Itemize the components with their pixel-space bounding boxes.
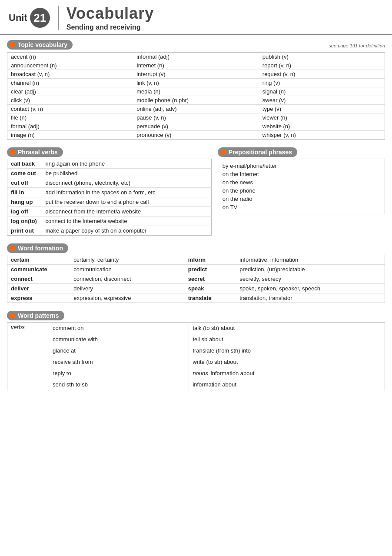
vocab-cell: formal (adj): [7, 122, 133, 131]
word-form-word: express: [7, 293, 70, 303]
word-formation-section: Word formation certaincertainly, certain…: [7, 243, 385, 303]
phrasal-row: hang upput the receiver down to end a ph…: [7, 197, 212, 207]
vocab-cell: pause (v, n): [133, 113, 259, 122]
vocab-title: Vocabulary: [66, 4, 154, 23]
word-form-forms: delivery: [70, 284, 184, 293]
word-form-word: certain: [7, 255, 70, 265]
phrasal-def: connect to the Internet/a website: [42, 216, 212, 226]
vocab-cell: viewer (n): [259, 113, 385, 122]
vocab-cell: interrupt (v): [133, 70, 259, 79]
patterns-left-item: receive sth from: [49, 356, 189, 368]
word-form-forms2: spoke, spoken, speaker, speech: [236, 284, 385, 293]
vocab-cell: channel (n): [7, 79, 133, 87]
patterns-right-item: talk (to sb) about: [189, 323, 385, 334]
word-form-forms: connection, disconnect: [70, 274, 184, 284]
section-dot2: [10, 150, 15, 155]
section-dot: [10, 42, 15, 47]
phrasal-row: come outbe published: [7, 169, 212, 178]
patterns-right-item: tell sb about: [189, 334, 385, 345]
prep-phrase: on the phone: [223, 186, 380, 195]
prep-phrase: on the news: [223, 178, 380, 186]
prep-phrase: on TV: [223, 203, 380, 211]
prep-box: by e-mail/phone/letteron the Interneton …: [218, 159, 385, 214]
phrasal-verbs-label: Phrasal verbs: [18, 149, 58, 156]
vocab-row: clear (adj)media (n)signal (n): [7, 87, 385, 96]
vocab-cell: report (v, n): [259, 61, 385, 70]
vocab-cell: persuade (v): [133, 122, 259, 131]
vocab-cell: whisper (v, n): [259, 131, 385, 140]
word-form-word: deliver: [7, 284, 70, 293]
prep-phrases-col: Prepositional phrases by e-mail/phone/le…: [218, 147, 385, 236]
vocab-row: formal (adj)persuade (v)website (n): [7, 122, 385, 131]
patterns-left-item: send sth to sb: [49, 379, 189, 391]
word-formation-header: Word formation: [7, 243, 68, 253]
prep-phrases-header: Prepositional phrases: [218, 147, 297, 157]
vocab-cell: swear (v): [259, 96, 385, 105]
vocab-cell: signal (n): [259, 87, 385, 96]
vocab-cell: online (adj, adv): [133, 105, 259, 113]
header-title-block: Vocabulary Sending and receiving: [66, 4, 154, 31]
phrasal-def: make a paper copy of sth on a computer: [42, 226, 212, 236]
patterns-row: reply tonounsinformation about: [7, 368, 385, 379]
patterns-right-item: nounsinformation about: [189, 368, 385, 379]
vocab-cell: contact (v, n): [7, 105, 133, 113]
vocab-row: file (n)pause (v, n)viewer (n): [7, 113, 385, 122]
prep-phrase: by e-mail/phone/letter: [223, 162, 380, 170]
vocab-cell: ring (v): [259, 79, 385, 87]
vocab-cell: link (v, n): [133, 79, 259, 87]
patterns-left-item: glance at: [49, 345, 189, 356]
word-patterns-label: Word patterns: [18, 312, 59, 319]
vocab-cell: Internet (n): [133, 61, 259, 70]
phrasal-def: disconnect (phone, electricity, etc): [42, 178, 212, 188]
word-form-row: deliverdeliveryspeakspoke, spoken, speak…: [7, 284, 385, 293]
phrasal-verb: hang up: [7, 197, 42, 207]
phrasal-verb: log on(to): [7, 216, 42, 226]
phrasal-table: call backring again on the phonecome out…: [7, 159, 212, 236]
see-page-note: see page 191 for definition: [329, 43, 385, 48]
vocab-cell: informal (adj): [133, 53, 259, 61]
word-form-forms: certainly, certainty: [70, 255, 184, 265]
header-divider: [58, 6, 59, 30]
vocab-cell: pronounce (v): [133, 131, 259, 140]
word-form-row: certaincertainly, certaintyinforminforma…: [7, 255, 385, 265]
patterns-row: verbscomment ontalk (to sb) about: [7, 323, 385, 334]
phrasal-verb: print out: [7, 226, 42, 236]
word-form-word: communicate: [7, 265, 70, 274]
word-form-word2: secret: [185, 274, 236, 284]
patterns-right-item: information about: [189, 379, 385, 391]
vocab-cell: type (v): [259, 105, 385, 113]
topic-vocab-label: Topic vocabulary: [18, 41, 67, 48]
vocab-table: accent (n)informal (adj)publish (v)annou…: [7, 52, 385, 140]
prep-phrases-label: Prepositional phrases: [229, 149, 292, 156]
topic-vocab-top-bar: Topic vocabulary see page 191 for defini…: [7, 40, 385, 51]
phrasal-def: be published: [42, 169, 212, 178]
page-content: Topic vocabulary see page 191 for defini…: [0, 35, 392, 406]
vocab-subtitle: Sending and receiving: [66, 23, 154, 31]
patterns-left-item: reply to: [49, 368, 189, 379]
two-col-layout: Phrasal verbs call backring again on the…: [7, 147, 385, 236]
patterns-label-cell: [7, 356, 50, 368]
section-dot3: [220, 150, 226, 155]
vocab-row: broadcast (v, n)interrupt (v)request (v,…: [7, 70, 385, 79]
vocab-cell: publish (v): [259, 53, 385, 61]
word-form-forms2: secretly, secrecy: [236, 274, 385, 284]
vocab-cell: clear (adj): [7, 87, 133, 96]
word-patterns-section: Word patterns verbscomment ontalk (to sb…: [7, 311, 385, 391]
phrasal-row: fill inadd information in the spaces on …: [7, 188, 212, 197]
phrasal-verb: come out: [7, 169, 42, 178]
word-form-forms: communication: [70, 265, 184, 274]
page-header: Unit 21 Vocabulary Sending and receiving: [0, 0, 392, 35]
vocab-row: announcement (n)Internet (n)report (v, n…: [7, 61, 385, 70]
word-patterns-header: Word patterns: [7, 311, 64, 320]
patterns-label-cell: [7, 334, 50, 345]
topic-vocab-header: Topic vocabulary: [7, 40, 73, 50]
patterns-row: send sth to sbinformation about: [7, 379, 385, 391]
vocab-row: click (v)mobile phone (n phr)swear (v): [7, 96, 385, 105]
word-form-row: expressexpression, expressivetranslatetr…: [7, 293, 385, 303]
vocab-cell: request (v, n): [259, 70, 385, 79]
phrasal-row: cut offdisconnect (phone, electricity, e…: [7, 178, 212, 188]
patterns-table: verbscomment ontalk (to sb) aboutcommuni…: [7, 322, 385, 391]
patterns-row: glance attranslate (from sth) into: [7, 345, 385, 356]
word-form-word2: speak: [185, 284, 236, 293]
patterns-label-cell: verbs: [7, 323, 50, 334]
